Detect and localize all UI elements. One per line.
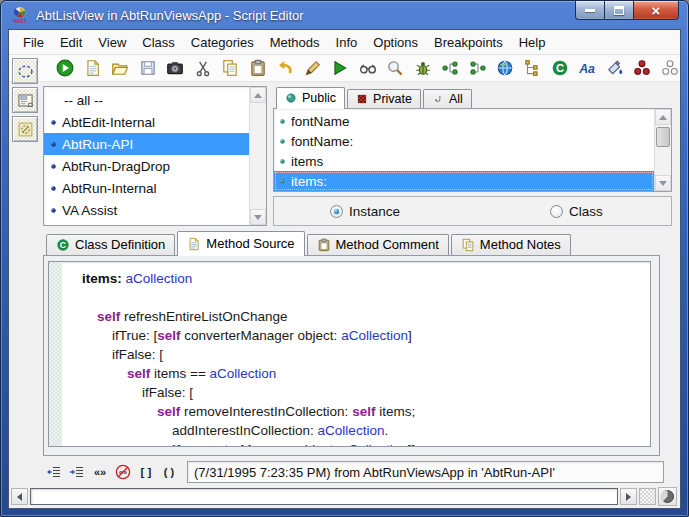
run-button[interactable] [55, 56, 75, 80]
tab-all[interactable]: All [423, 89, 472, 108]
close-button[interactable]: × [634, 1, 679, 20]
form-editor-button[interactable] [12, 87, 38, 113]
scroll-track[interactable] [250, 103, 266, 209]
parts-palette-button[interactable] [12, 58, 38, 84]
menu-item-breakpoints[interactable]: Breakpoints [426, 32, 511, 53]
search-button[interactable] [385, 56, 405, 80]
bullet-navy-icon [49, 162, 58, 171]
indent-icon [69, 464, 85, 480]
memory-pie-button[interactable] [658, 487, 677, 506]
scroll-down-button[interactable] [250, 209, 266, 225]
category-item[interactable]: AbtEdit-Internal [44, 111, 249, 133]
format-pen-button[interactable] [302, 56, 322, 80]
svg-text:[ ]: [ ] [141, 466, 152, 478]
scroll-left-button[interactable] [11, 488, 28, 505]
menu-item-info[interactable]: Info [328, 32, 366, 53]
menu-item-class[interactable]: Class [134, 32, 183, 53]
horizontal-scrollbar[interactable] [9, 487, 680, 508]
maximize-button[interactable] [605, 1, 634, 20]
hierarchy-expand-button[interactable] [440, 56, 460, 80]
category-item[interactable]: AbtRun-API [44, 133, 249, 155]
red-dots-button[interactable] [632, 56, 652, 80]
scope-selector: InstanceClass [273, 196, 672, 226]
tab-public[interactable]: Public [276, 87, 345, 109]
font-button[interactable]: Aa [577, 56, 597, 80]
code-token: items == [150, 366, 209, 381]
radio-instance[interactable]: Instance [330, 204, 400, 219]
scroll-up-button[interactable] [250, 87, 266, 103]
tab-private[interactable]: Private [347, 89, 421, 108]
parts-tree-button[interactable] [522, 56, 542, 80]
methods-scrollbar[interactable] [654, 109, 671, 191]
new-document-button[interactable] [82, 56, 102, 80]
method-item[interactable]: items: [274, 171, 654, 191]
guillemets-button[interactable]: «» [89, 462, 111, 482]
category-item[interactable]: AbtRun-Internal [44, 177, 249, 199]
tab-method-comment[interactable]: Method Comment [307, 234, 449, 255]
tab-class-definition[interactable]: CClass Definition [46, 234, 175, 255]
class-c-button[interactable]: C [550, 56, 570, 80]
radio-class[interactable]: Class [550, 204, 603, 219]
web-globe-button[interactable] [495, 56, 515, 80]
status-text: (7/31/1995 7:23:35 PM) from AbtRunViewsA… [194, 465, 555, 480]
brackets-button[interactable]: [ ] [135, 462, 157, 482]
ink-fill-button[interactable] [605, 56, 625, 80]
undo-button[interactable] [275, 56, 295, 80]
browse-glasses-button[interactable] [357, 56, 377, 80]
method-item[interactable]: fontName: [274, 131, 654, 151]
debug-bug-button[interactable] [412, 56, 432, 80]
tab-method-notes[interactable]: Method Notes [451, 234, 571, 255]
code-token: items: [82, 271, 122, 286]
tab-method-source[interactable]: Method Source [177, 231, 304, 256]
menu-item-view[interactable]: View [90, 32, 134, 53]
cut-button[interactable] [192, 56, 212, 80]
status-field: (7/31/1995 7:23:35 PM) from AbtRunViewsA… [187, 461, 664, 483]
minimize-icon [585, 9, 595, 12]
categories-scrollbar[interactable] [249, 87, 266, 225]
outline-dots-button[interactable] [660, 56, 680, 80]
svg-text:C: C [556, 62, 564, 74]
minimize-button[interactable] [575, 1, 605, 20]
method-item[interactable]: items [274, 151, 654, 171]
tab-label: Method Source [206, 236, 294, 251]
no-guillemets-button[interactable]: «» [112, 462, 134, 482]
scroll-up-button[interactable] [655, 109, 671, 125]
titlebar[interactable]: VAST AbtListView in AbtRunViewsApp - Scr… [1, 1, 688, 29]
pie-icon [660, 489, 675, 504]
outdent-button[interactable] [43, 462, 65, 482]
category-item[interactable]: AbtRun-DragDrop [44, 155, 249, 177]
method-item[interactable]: fontName [274, 111, 654, 131]
save-button[interactable] [137, 56, 157, 80]
hierarchy-collapse-button[interactable] [467, 56, 487, 80]
method-source-panel: items: aCollection self refreshEntireLis… [43, 255, 660, 456]
menu-item-edit[interactable]: Edit [52, 32, 90, 53]
code-text[interactable]: items: aCollection self refreshEntireLis… [62, 262, 650, 446]
pattern-tool-button[interactable] [12, 116, 38, 142]
execute-button[interactable] [330, 56, 350, 80]
dither-button[interactable] [639, 488, 656, 505]
menu-item-categories[interactable]: Categories [183, 32, 262, 53]
scroll-thumb[interactable] [656, 127, 670, 147]
indent-button[interactable] [66, 462, 88, 482]
category-item[interactable]: -- all -- [44, 89, 249, 111]
menu-item-methods[interactable]: Methods [262, 32, 328, 53]
open-folder-button[interactable] [110, 56, 130, 80]
category-item[interactable]: VA Assist [44, 199, 249, 221]
scroll-right-button[interactable] [620, 488, 637, 505]
menu-item-help[interactable]: Help [511, 32, 554, 53]
paste-button[interactable] [247, 56, 267, 80]
svg-text:Aa: Aa [579, 62, 596, 76]
scrollbar-track[interactable] [30, 488, 618, 505]
copy-button[interactable] [220, 56, 240, 80]
snapshot-camera-button[interactable] [165, 56, 185, 80]
menu-item-options[interactable]: Options [365, 32, 426, 53]
code-editor[interactable]: items: aCollection self refreshEntireLis… [48, 261, 651, 447]
bullet-navy-icon [49, 184, 58, 193]
scroll-track[interactable] [655, 125, 671, 175]
brackets-icon: [ ] [138, 464, 154, 480]
parens-button[interactable]: ( ) [158, 462, 180, 482]
scroll-down-button[interactable] [655, 175, 671, 191]
parens-icon: ( ) [161, 464, 177, 480]
menu-item-file[interactable]: File [15, 32, 52, 53]
category-label: AbtRun-API [62, 137, 133, 152]
